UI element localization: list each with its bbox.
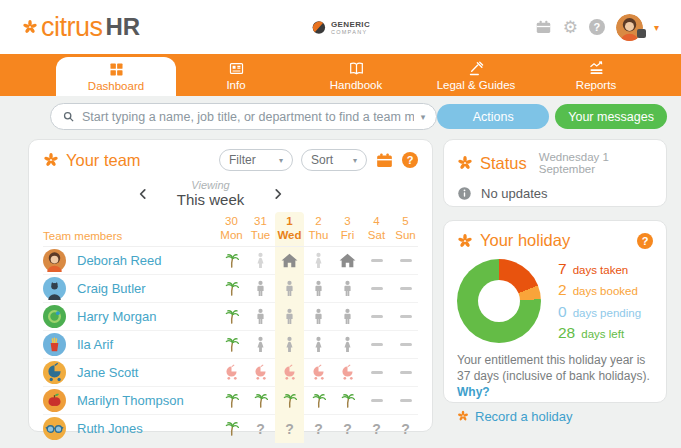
dash-icon[interactable] [362, 387, 391, 415]
member-name-link[interactable]: Ila Arif [77, 337, 113, 352]
sort-dropdown[interactable]: Sort ▾ [301, 149, 367, 171]
reports-icon [588, 60, 605, 77]
calendar-icon[interactable] [535, 19, 552, 35]
search-input[interactable] [82, 110, 414, 124]
member-avatar [43, 361, 66, 384]
palm-icon[interactable] [304, 387, 333, 415]
question-icon[interactable]: ? [246, 415, 275, 443]
person-f-icon[interactable] [333, 331, 362, 359]
palm-icon[interactable] [333, 387, 362, 415]
search-bar[interactable]: ▾ [50, 103, 437, 130]
palm-icon[interactable] [217, 303, 246, 331]
person-f-light-icon[interactable] [304, 247, 333, 275]
person-f-icon[interactable] [304, 331, 333, 359]
pram-icon[interactable] [275, 359, 304, 387]
tab-info[interactable]: Info [176, 54, 296, 96]
team-member-row[interactable]: Deborah Reed [43, 247, 418, 275]
search-dropdown-caret-icon[interactable]: ▾ [421, 112, 426, 122]
team-member-row[interactable]: Jane Scott [43, 359, 418, 387]
team-member-row[interactable]: Harry Morgan [43, 303, 418, 331]
question-icon[interactable]: ? [391, 415, 420, 443]
member-name-link[interactable]: Ruth Jones [77, 421, 143, 436]
member-name-link[interactable]: Deborah Reed [77, 253, 162, 268]
member-name-link[interactable]: Harry Morgan [77, 309, 156, 324]
person-m-icon[interactable] [304, 275, 333, 303]
person-f-icon[interactable] [246, 331, 275, 359]
team-help-icon[interactable]: ? [402, 152, 418, 168]
palm-icon[interactable] [217, 275, 246, 303]
palm-icon[interactable] [217, 387, 246, 415]
home-icon[interactable] [333, 247, 362, 275]
pram-icon[interactable] [246, 359, 275, 387]
member-name-link[interactable]: Jane Scott [77, 365, 138, 380]
dash-icon[interactable] [362, 303, 391, 331]
filter-dropdown[interactable]: Filter ▾ [219, 149, 293, 171]
team-member-row[interactable]: Craig Butler [43, 275, 418, 303]
pram-icon[interactable] [217, 359, 246, 387]
status-panel: Status Wednesday 1 September No updates [443, 139, 667, 207]
member-name-link[interactable]: Craig Butler [77, 281, 146, 296]
dash-icon[interactable] [391, 387, 420, 415]
member-cell: Ruth Jones [43, 417, 217, 440]
person-m-icon[interactable] [246, 303, 275, 331]
settings-gear-icon[interactable]: ⚙ [563, 19, 578, 36]
palm-icon[interactable] [275, 387, 304, 415]
question-icon[interactable]: ? [362, 415, 391, 443]
tab-handbook[interactable]: Handbook [296, 54, 416, 96]
status-date: Wednesday 1 September [539, 151, 653, 175]
person-m-icon[interactable] [275, 275, 304, 303]
record-holiday-link[interactable]: Record a holiday [457, 409, 653, 424]
member-name-link[interactable]: Marilyn Thompson [77, 393, 184, 408]
pram-icon[interactable] [333, 359, 362, 387]
dash-icon[interactable] [391, 247, 420, 275]
dash-icon[interactable] [362, 359, 391, 387]
dash-icon[interactable] [362, 275, 391, 303]
account-dropdown-caret-icon[interactable]: ▾ [654, 22, 659, 33]
user-avatar[interactable] [616, 14, 643, 41]
team-panel: Your team Filter ▾ Sort ▾ ? [28, 139, 433, 432]
actions-button[interactable]: Actions [437, 104, 549, 129]
dash-icon[interactable] [391, 359, 420, 387]
dash-icon[interactable] [391, 331, 420, 359]
palm-icon[interactable] [246, 387, 275, 415]
dash-icon[interactable] [362, 247, 391, 275]
palm-icon[interactable] [217, 415, 246, 443]
citrus-flower-icon [457, 155, 473, 171]
palm-icon[interactable] [217, 247, 246, 275]
messages-button[interactable]: Your messages [555, 104, 667, 129]
team-member-row[interactable]: Marilyn Thompson [43, 387, 418, 415]
home-icon[interactable] [275, 247, 304, 275]
citrushr-logo[interactable]: citrus HR [22, 12, 140, 43]
day-column-wed: 1Wed [275, 212, 304, 246]
person-m-icon[interactable] [333, 275, 362, 303]
person-m-icon[interactable] [246, 275, 275, 303]
team-member-row[interactable]: Ruth Jones?????? [43, 415, 418, 443]
tab-dashboard[interactable]: Dashboard [56, 57, 176, 96]
question-icon[interactable]: ? [275, 415, 304, 443]
palm-icon[interactable] [217, 331, 246, 359]
help-icon[interactable]: ? [589, 19, 605, 35]
member-cell: Ila Arif [43, 333, 217, 356]
why-link[interactable]: Why? [457, 385, 490, 399]
dash-icon[interactable] [391, 275, 420, 303]
team-calendar-icon[interactable] [375, 152, 394, 169]
dash-icon[interactable] [362, 331, 391, 359]
holiday-panel-title: Your holiday [480, 231, 570, 250]
tab-label: Reports [576, 79, 616, 91]
tab-legal-guides[interactable]: Legal & Guides [416, 54, 536, 96]
team-member-row[interactable]: Ila Arif [43, 331, 418, 359]
person-f-icon[interactable] [275, 331, 304, 359]
person-m-icon[interactable] [275, 303, 304, 331]
tab-reports[interactable]: Reports [536, 54, 656, 96]
next-week-button[interactable] [271, 187, 285, 201]
pram-icon[interactable] [304, 359, 333, 387]
question-icon[interactable]: ? [304, 415, 333, 443]
person-m-icon[interactable] [333, 303, 362, 331]
previous-week-button[interactable] [136, 187, 150, 201]
dash-icon[interactable] [391, 303, 420, 331]
person-f-light-icon[interactable] [246, 247, 275, 275]
holiday-help-icon[interactable]: ? [637, 233, 653, 249]
main-nav: DashboardInfoHandbookLegal & GuidesRepor… [0, 54, 681, 96]
person-m-icon[interactable] [304, 303, 333, 331]
question-icon[interactable]: ? [333, 415, 362, 443]
